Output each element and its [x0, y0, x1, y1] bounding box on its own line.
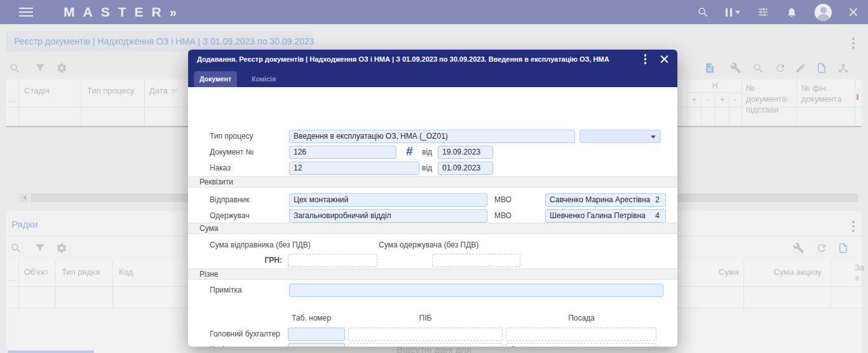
- chief-accountant-pib-input[interactable]: [348, 328, 503, 341]
- tab-commission[interactable]: Комісія: [246, 71, 281, 87]
- numbering-hash-icon[interactable]: #: [406, 144, 413, 158]
- order-input[interactable]: 12: [289, 162, 419, 175]
- sender-mvo-input[interactable]: Савченко Марина Арестівна 2: [545, 193, 666, 207]
- section-requisites: Реквізити: [188, 176, 677, 188]
- doc-number-input[interactable]: 126: [289, 146, 397, 159]
- manager-pib-input[interactable]: [348, 343, 503, 347]
- signers-col-position: Посада: [506, 314, 656, 322]
- tab-document[interactable]: Документ: [194, 71, 237, 87]
- manager-position-input[interactable]: Директор: [506, 343, 656, 347]
- sum-sender-label: Сума відправника (без ПДВ): [210, 239, 311, 252]
- process-type-select[interactable]: [580, 130, 661, 143]
- receiver-mvo-num: 4: [655, 210, 660, 222]
- receiver-mvo-label: МВО: [494, 209, 512, 223]
- doc-date-from-label: від: [422, 146, 432, 159]
- sender-input[interactable]: Цех монтажний: [289, 193, 487, 207]
- process-type-label: Тип процесу: [210, 130, 254, 143]
- manager-label: Керівник: [210, 343, 240, 347]
- select-caret-icon: [651, 135, 656, 139]
- sum-receiver-label: Сума одержувача (без ПДВ): [379, 239, 478, 252]
- sender-label: Відправник: [210, 193, 249, 207]
- receiver-input[interactable]: Загальновиробничий відділ: [289, 209, 487, 223]
- sum-receiver-input[interactable]: [432, 254, 520, 267]
- note-label: Примітка: [210, 284, 242, 297]
- order-date-from-label: від: [422, 162, 432, 175]
- receiver-label: Одержувач: [210, 209, 249, 223]
- chief-accountant-tab-number-input[interactable]: [288, 328, 345, 341]
- manager-tab-number-input[interactable]: [288, 343, 345, 347]
- dialog-kebab-menu-icon[interactable]: [644, 54, 647, 64]
- sender-mvo-label: МВО: [494, 193, 512, 207]
- signers-col-tab-number: Таб. номер: [292, 314, 331, 322]
- dialog-title: Додавання. Реєстр документів | Надходжен…: [197, 55, 644, 63]
- doc-number-label: Документ №: [210, 146, 254, 159]
- section-sum: Сума: [188, 223, 677, 234]
- sender-mvo-num: 2: [655, 194, 660, 206]
- grn-label: ГРН:: [210, 254, 282, 267]
- receiver-mvo-name: Шевченко Галина Петрівна: [550, 210, 646, 222]
- order-label: Наказ: [210, 162, 231, 175]
- process-type-input[interactable]: Введення в експлуатацію ОЗ, НМА (_OZ01): [289, 130, 575, 143]
- doc-date-input[interactable]: 19.09.2023: [438, 146, 493, 159]
- signers-col-pib: ПІБ: [348, 314, 503, 322]
- order-date-input[interactable]: 01.09.2023: [438, 162, 493, 175]
- receiver-mvo-input[interactable]: Шевченко Галина Петрівна 4: [545, 209, 666, 223]
- sender-mvo-name: Савченко Марина Арестівна: [550, 194, 650, 206]
- chief-accountant-position-input[interactable]: [506, 328, 656, 341]
- add-document-dialog: Додавання. Реєстр документів | Надходжен…: [188, 50, 677, 347]
- note-input[interactable]: [289, 284, 663, 297]
- chief-accountant-label: Головний бухгалтер: [210, 328, 280, 341]
- sum-sender-input[interactable]: [288, 254, 377, 267]
- dialog-header: Додавання. Реєстр документів | Надходжен…: [188, 50, 677, 69]
- dialog-tabs: Документ Комісія: [188, 69, 677, 87]
- dialog-close-icon[interactable]: [660, 55, 668, 64]
- section-misc: Різне: [188, 268, 677, 280]
